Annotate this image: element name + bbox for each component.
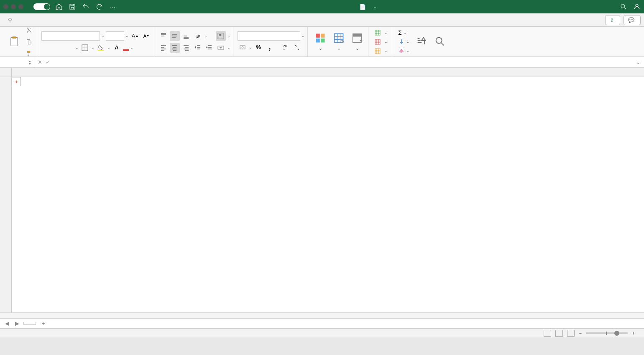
svg-point-30 xyxy=(436,37,442,43)
name-box[interactable]: ▲▼ xyxy=(0,57,34,67)
formula-input[interactable] xyxy=(57,59,633,65)
currency-chev-icon[interactable]: ⌄ xyxy=(249,45,252,49)
window-controls[interactable] xyxy=(3,4,23,9)
more-icon[interactable]: ⋯ xyxy=(109,3,116,10)
merge-cells-icon[interactable] xyxy=(216,43,226,53)
sort-filter-button[interactable] xyxy=(413,36,430,48)
cell-styles-button[interactable]: ⌄ xyxy=(349,32,365,51)
decrease-font-icon[interactable]: A▼ xyxy=(141,31,151,41)
merge-chev-icon[interactable]: ⌄ xyxy=(227,46,230,50)
fill-chev-icon[interactable]: ⌄ xyxy=(107,46,110,50)
close-window-icon[interactable] xyxy=(3,4,8,9)
quick-analysis-icon[interactable]: + xyxy=(12,77,21,86)
select-all-corner[interactable] xyxy=(0,68,11,77)
comma-icon[interactable]: , xyxy=(265,42,275,52)
minimize-window-icon[interactable] xyxy=(11,4,16,9)
borders-icon[interactable] xyxy=(80,43,90,53)
cancel-formula-icon[interactable]: ✕ xyxy=(38,59,42,65)
find-select-button[interactable] xyxy=(432,36,448,48)
doc-type-icon: 📄 xyxy=(359,4,366,10)
page-layout-view-icon[interactable] xyxy=(555,330,563,337)
paste-button[interactable] xyxy=(6,36,23,48)
confirm-formula-icon[interactable]: ✓ xyxy=(46,59,50,65)
autosave-toggle[interactable] xyxy=(33,3,50,10)
save-icon[interactable] xyxy=(69,3,76,10)
horizontal-scrollbar[interactable] xyxy=(0,312,644,318)
increase-indent-icon[interactable] xyxy=(204,43,214,53)
align-right-icon[interactable] xyxy=(181,43,191,53)
copy-icon[interactable] xyxy=(24,37,34,47)
cell-reference-input[interactable] xyxy=(3,59,28,65)
spreadsheet-grid: + xyxy=(0,68,644,312)
align-bottom-icon[interactable] xyxy=(181,31,191,41)
wrap-text-icon[interactable]: abc xyxy=(216,31,226,41)
undo-icon[interactable] xyxy=(82,3,89,10)
svg-rect-27 xyxy=(375,30,380,35)
size-chevron-icon[interactable]: ⌄ xyxy=(125,34,129,38)
font-name-input[interactable] xyxy=(41,31,100,41)
font-size-input[interactable] xyxy=(106,31,124,41)
page-break-view-icon[interactable] xyxy=(567,330,575,337)
italic-button[interactable] xyxy=(53,43,63,53)
autosum-button[interactable]: Σ⌄ xyxy=(396,29,411,36)
fill-color-icon[interactable] xyxy=(96,43,106,53)
name-down-icon[interactable]: ▼ xyxy=(28,62,31,65)
underline-chev-icon[interactable]: ⌄ xyxy=(75,46,79,50)
align-middle-icon[interactable] xyxy=(170,31,180,41)
sheet-prev-icon[interactable]: ◀ xyxy=(3,320,11,327)
underline-button[interactable] xyxy=(64,43,74,53)
table-chevron-icon[interactable]: ⌄ xyxy=(337,46,341,51)
align-top-icon[interactable] xyxy=(158,31,169,41)
normal-view-icon[interactable] xyxy=(544,330,551,337)
svg-rect-20 xyxy=(316,33,320,37)
comments-button[interactable]: 💬 xyxy=(624,15,641,25)
wrap-chev-icon[interactable]: ⌄ xyxy=(227,34,230,38)
increase-decimal-icon[interactable]: .00 xyxy=(281,42,291,52)
name-up-icon[interactable]: ▲ xyxy=(28,59,31,62)
bold-button[interactable] xyxy=(41,43,51,53)
currency-icon[interactable] xyxy=(238,42,248,52)
account-icon[interactable] xyxy=(633,3,641,10)
decrease-indent-icon[interactable] xyxy=(193,43,203,53)
borders-chev-icon[interactable]: ⌄ xyxy=(91,46,95,50)
home-icon[interactable] xyxy=(55,3,63,10)
maximize-window-icon[interactable] xyxy=(18,4,23,9)
add-sheet-icon[interactable]: + xyxy=(38,320,49,327)
svg-point-1 xyxy=(636,4,638,7)
font-color-chev-icon[interactable]: ⌄ xyxy=(130,46,133,50)
font-color-icon[interactable]: A xyxy=(112,43,122,53)
tell-me[interactable] xyxy=(7,17,16,23)
orientation-icon[interactable]: ab xyxy=(193,31,203,41)
numformat-chev-icon[interactable]: ⌄ xyxy=(302,34,305,38)
redo-icon[interactable] xyxy=(95,3,103,10)
orientation-chev-icon[interactable]: ⌄ xyxy=(204,34,207,38)
clear-button[interactable]: ⌄ xyxy=(396,47,411,55)
format-cells-button[interactable]: ⌄ xyxy=(373,47,389,55)
delete-cells-button[interactable]: ⌄ xyxy=(373,38,389,46)
sheet-next-icon[interactable]: ▶ xyxy=(13,320,21,327)
cut-icon[interactable] xyxy=(24,25,34,35)
decrease-decimal-icon[interactable]: .0 xyxy=(292,42,302,52)
zoom-in-icon[interactable]: + xyxy=(632,330,635,336)
title-chevron-icon[interactable]: ⌄ xyxy=(373,5,377,9)
column-headers xyxy=(12,68,644,77)
increase-font-icon[interactable]: A▲ xyxy=(130,31,140,41)
styles-chevron-icon[interactable]: ⌄ xyxy=(355,46,359,51)
align-left-icon[interactable] xyxy=(158,43,169,53)
svg-rect-10 xyxy=(98,50,104,51)
cond-fmt-chevron-icon[interactable]: ⌄ xyxy=(319,46,322,51)
zoom-slider[interactable] xyxy=(586,332,628,334)
number-format-select[interactable] xyxy=(238,31,300,41)
conditional-formatting-button[interactable]: ⌄ xyxy=(312,32,329,51)
percent-icon[interactable]: % xyxy=(253,42,263,52)
format-as-table-button[interactable]: ⌄ xyxy=(330,32,347,51)
search-icon[interactable] xyxy=(620,3,627,10)
align-center-icon[interactable] xyxy=(170,43,180,53)
sheet-tab[interactable] xyxy=(23,322,36,325)
zoom-out-icon[interactable]: − xyxy=(579,330,582,336)
share-button[interactable]: ⇪ xyxy=(605,15,620,25)
fill-button[interactable]: ⌄ xyxy=(396,38,411,46)
insert-cells-button[interactable]: ⌄ xyxy=(373,29,389,36)
font-chevron-icon[interactable]: ⌄ xyxy=(101,34,105,38)
expand-formula-icon[interactable]: ⌄ xyxy=(633,59,644,65)
